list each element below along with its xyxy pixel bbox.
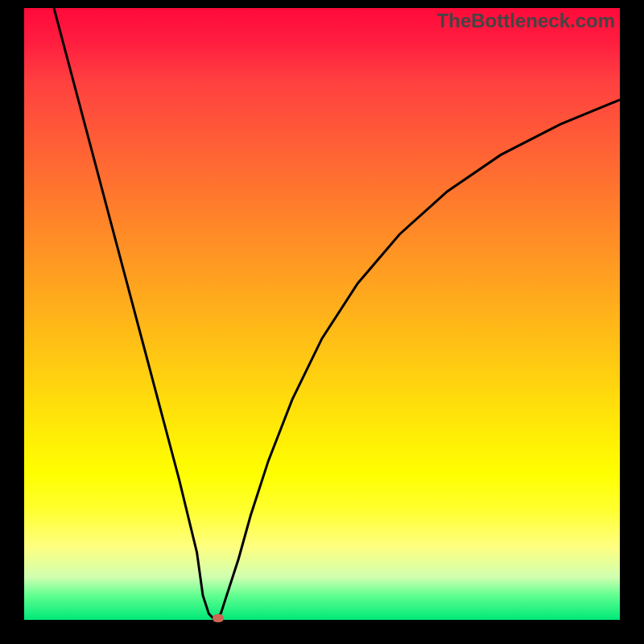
optimum-marker <box>213 614 224 622</box>
bottleneck-curve <box>24 8 620 620</box>
chart-container: TheBottleneck.com <box>0 0 644 644</box>
plot-area: TheBottleneck.com <box>24 8 620 620</box>
curve-path <box>54 8 620 620</box>
watermark-text: TheBottleneck.com <box>437 10 615 32</box>
